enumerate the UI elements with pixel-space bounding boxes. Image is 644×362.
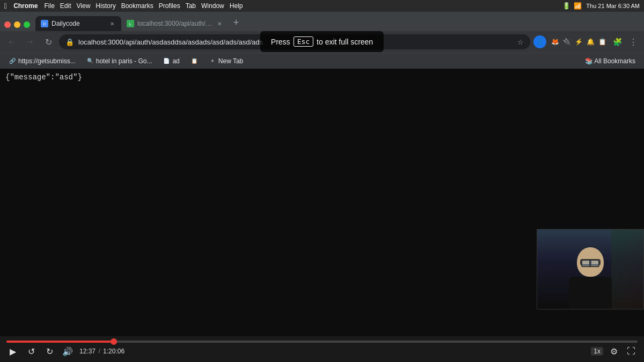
bookmark-icon-2: 🔍	[86, 57, 94, 65]
apple-menu[interactable]: 	[4, 2, 7, 10]
forward-button[interactable]: →	[23, 34, 38, 49]
app-name[interactable]: Chrome	[13, 2, 38, 10]
menu-view[interactable]: View	[77, 2, 91, 10]
time-display: 12:37 / 1:20:06	[79, 348, 125, 355]
person-silhouette	[569, 247, 612, 309]
bookmark-misc[interactable]: 📋	[186, 56, 202, 66]
tab-close-localhost[interactable]: ✕	[216, 20, 223, 27]
ext-icon-2[interactable]: 🔌	[561, 36, 572, 47]
fullscreen-notice: Press Esc to exit full screen	[260, 31, 384, 52]
menu-window[interactable]: Window	[201, 2, 224, 10]
fast-forward-button[interactable]: ↻	[43, 345, 56, 358]
bookmarks-right: 📚 All Bookmarks	[581, 56, 640, 66]
traffic-lights	[4, 21, 30, 31]
menu-file[interactable]: File	[44, 2, 54, 10]
star-icon[interactable]: ☆	[517, 38, 524, 46]
ext-icon-3[interactable]: ⚡	[573, 36, 584, 47]
webcam-person	[537, 230, 643, 309]
reload-button[interactable]: ↻	[41, 34, 56, 49]
bookmark-icon-3: 📄	[163, 57, 170, 65]
ext-icon-5[interactable]: 📋	[597, 36, 608, 47]
menu-edit[interactable]: Edit	[60, 2, 71, 10]
fullscreen-button[interactable]: ⛶	[625, 345, 638, 358]
maximize-button[interactable]	[24, 21, 30, 28]
new-tab-button[interactable]: +	[229, 16, 244, 31]
menu-bar:  Chrome File Edit View History Bookmark…	[0, 0, 644, 12]
person-body	[569, 277, 612, 309]
tab-close-dailycode[interactable]: ✕	[108, 20, 116, 27]
ext-icon-4[interactable]: 🔔	[585, 36, 596, 47]
person-head	[577, 247, 604, 277]
progress-bar[interactable]	[6, 341, 638, 343]
bookmark-icon-4: 📋	[191, 57, 198, 65]
bookmark-label-1: https://getsubmiss...	[18, 57, 76, 65]
json-response: {"message":"asd"}	[5, 73, 82, 82]
bookmark-ad[interactable]: 📄 ad	[158, 56, 184, 66]
all-bookmarks-button[interactable]: 📚 All Bookmarks	[581, 56, 640, 66]
progress-handle[interactable]	[111, 338, 117, 345]
menu-items: File Edit View History Bookmarks Profile…	[44, 2, 243, 10]
tab-bar: D Dailycode ✕ L localhost:3000/api/auth/…	[0, 12, 644, 31]
menu-bookmarks[interactable]: Bookmarks	[121, 2, 153, 10]
exit-text: to exit full screen	[317, 38, 373, 46]
menu-history[interactable]: History	[96, 2, 115, 10]
play-button[interactable]: ▶	[6, 345, 19, 358]
press-text: Press	[271, 38, 290, 46]
extensions-button[interactable]: 🧩	[611, 35, 624, 48]
tab-title-dailycode: Dailycode	[52, 20, 105, 27]
person-glasses	[580, 259, 601, 265]
speed-badge[interactable]: 1x	[591, 347, 603, 356]
volume-button[interactable]: 🔊	[61, 345, 74, 358]
minimize-button[interactable]	[14, 21, 20, 28]
menu-tab[interactable]: Tab	[186, 2, 196, 10]
datetime: Thu 21 Mar 6:30 AM	[586, 3, 640, 9]
tab-favicon-localhost: L	[127, 20, 134, 27]
rewind-button[interactable]: ↺	[25, 345, 38, 358]
more-menu-button[interactable]: ⋮	[627, 35, 640, 48]
tab-dailycode[interactable]: D Dailycode ✕	[35, 16, 121, 31]
progress-fill	[6, 341, 114, 343]
current-time: 12:37	[79, 348, 96, 355]
profile-icon[interactable]: 👤	[533, 35, 546, 48]
bookmark-icon-5: +	[209, 57, 216, 65]
system-icons: 🔋 📶	[562, 2, 582, 10]
address-bar-icons: 👤 🦊 🔌 ⚡ 🔔 📋 🧩 ⋮	[533, 35, 640, 48]
bookmark-hotel[interactable]: 🔍 hotel in paris - Go...	[82, 56, 157, 66]
settings-button[interactable]: ⚙	[608, 345, 620, 358]
total-time: 1:20:06	[103, 348, 125, 355]
menu-profiles[interactable]: Profiles	[159, 2, 180, 10]
ext-icon-1[interactable]: 🦊	[550, 36, 560, 47]
chrome-window: D Dailycode ✕ L localhost:3000/api/auth/…	[0, 12, 644, 362]
tab-title-localhost: localhost:3000/api/auth/asd...	[137, 20, 213, 27]
close-button[interactable]	[4, 21, 11, 28]
back-button[interactable]: ←	[4, 34, 19, 49]
content-area: {"message":"asd"}	[0, 69, 644, 336]
menu-bar-right: 🔋 📶 Thu 21 Mar 6:30 AM	[562, 2, 640, 10]
right-controls: 1x ⚙ ⛶	[591, 345, 638, 358]
bookmark-label-5: New Tab	[218, 57, 243, 65]
bookmark-new-tab[interactable]: + New Tab	[204, 56, 247, 66]
webcam-overlay	[537, 229, 644, 309]
tab-localhost[interactable]: L localhost:3000/api/auth/asd... ✕	[121, 16, 229, 31]
bookmark-label-3: ad	[172, 57, 179, 65]
bookmarks-bar: 🔗 https://getsubmiss... 🔍 hotel in paris…	[0, 53, 644, 69]
menu-help[interactable]: Help	[230, 2, 243, 10]
bookmark-getsubmiss[interactable]: 🔗 https://getsubmiss...	[4, 56, 80, 66]
webcam-bg-accent	[611, 230, 643, 309]
video-controls: ▶ ↺ ↻ 🔊 12:37 / 1:20:06 1x ⚙ ⛶	[0, 336, 644, 362]
controls-row: ▶ ↺ ↻ 🔊 12:37 / 1:20:06 1x ⚙ ⛶	[6, 345, 638, 358]
bookmark-icon-1: 🔗	[9, 57, 16, 65]
bookmark-label-2: hotel in paris - Go...	[96, 57, 152, 65]
esc-key: Esc	[294, 36, 313, 47]
extension-icons: 🦊 🔌 ⚡ 🔔 📋	[550, 36, 608, 47]
time-separator: /	[98, 348, 102, 355]
lock-icon: 🔒	[65, 38, 74, 46]
tab-favicon-dailycode: D	[41, 20, 48, 27]
